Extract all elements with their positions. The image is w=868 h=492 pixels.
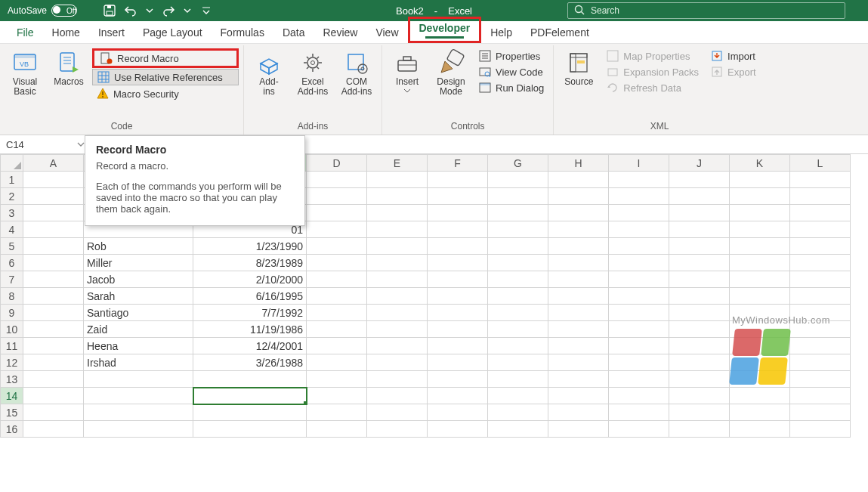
cell[interactable] — [367, 238, 428, 255]
undo-icon[interactable] — [125, 5, 137, 17]
cell[interactable] — [730, 288, 790, 305]
cell[interactable] — [193, 404, 307, 421]
cell[interactable] — [790, 271, 851, 288]
tab-home[interactable]: Home — [43, 23, 89, 43]
cell[interactable] — [23, 271, 84, 288]
cell[interactable] — [307, 172, 367, 188]
column-header[interactable]: G — [488, 155, 548, 172]
cell[interactable] — [488, 188, 548, 205]
cell[interactable] — [367, 271, 428, 288]
qat-customize-icon[interactable] — [200, 5, 212, 17]
cell[interactable] — [23, 371, 84, 388]
cell[interactable] — [488, 255, 548, 271]
cell[interactable]: 11/19/1986 — [193, 321, 307, 338]
cell[interactable] — [669, 371, 730, 388]
cell[interactable] — [609, 421, 669, 438]
cell[interactable] — [23, 288, 84, 305]
cell[interactable] — [428, 188, 488, 205]
cell[interactable]: 7/7/1992 — [193, 305, 307, 321]
cell[interactable] — [428, 172, 488, 188]
chevron-down-icon[interactable] — [77, 139, 85, 150]
cell[interactable] — [23, 255, 84, 271]
properties-button[interactable]: Properties — [474, 48, 548, 63]
column-header[interactable]: A — [23, 155, 84, 172]
cell[interactable] — [488, 321, 548, 338]
com-addins-button[interactable]: COMAdd-ins — [336, 45, 377, 97]
cell[interactable] — [790, 255, 851, 271]
cell[interactable] — [548, 255, 609, 271]
column-header[interactable]: L — [790, 155, 851, 172]
cell[interactable] — [84, 388, 193, 404]
cell[interactable] — [669, 172, 730, 188]
row-header[interactable]: 5 — [1, 238, 23, 255]
cell[interactable] — [790, 404, 851, 421]
cell[interactable] — [548, 305, 609, 321]
run-dialog-button[interactable]: Run Dialog — [474, 80, 548, 95]
cell[interactable] — [367, 205, 428, 221]
cell[interactable] — [669, 255, 730, 271]
cell[interactable] — [548, 188, 609, 205]
row-header[interactable]: 3 — [1, 205, 23, 221]
cell[interactable] — [548, 404, 609, 421]
save-icon[interactable] — [103, 5, 116, 17]
row-header[interactable]: 13 — [1, 371, 23, 388]
cell[interactable] — [669, 338, 730, 354]
cell[interactable] — [488, 288, 548, 305]
cell[interactable] — [548, 321, 609, 338]
chevron-down-icon[interactable] — [184, 5, 191, 17]
cell[interactable] — [609, 221, 669, 238]
cell[interactable] — [23, 354, 84, 371]
cell[interactable] — [790, 238, 851, 255]
tab-developer[interactable]: Developer — [416, 19, 474, 39]
cell[interactable] — [548, 371, 609, 388]
cell[interactable] — [428, 288, 488, 305]
column-header[interactable]: K — [730, 155, 790, 172]
cell[interactable] — [669, 238, 730, 255]
addins-button[interactable]: Add-ins — [249, 45, 289, 97]
cell[interactable]: 6/16/1995 — [193, 288, 307, 305]
cell[interactable] — [669, 354, 730, 371]
cell[interactable] — [488, 238, 548, 255]
import-button[interactable]: Import — [706, 48, 761, 63]
cell[interactable] — [307, 421, 367, 438]
cell[interactable] — [609, 321, 669, 338]
cell[interactable] — [307, 221, 367, 238]
row-header[interactable]: 7 — [1, 271, 23, 288]
expansion-packs-button[interactable]: Expansion Packs — [602, 64, 703, 79]
tab-data[interactable]: Data — [273, 23, 314, 43]
row-header[interactable]: 4 — [1, 221, 23, 238]
cell[interactable] — [307, 255, 367, 271]
search-box[interactable]: Search — [567, 2, 845, 19]
cell[interactable] — [488, 421, 548, 438]
cell[interactable] — [548, 421, 609, 438]
cell[interactable] — [730, 404, 790, 421]
cell[interactable]: Sarah — [84, 288, 193, 305]
cell[interactable] — [730, 255, 790, 271]
macro-security-button[interactable]: Macro Security — [92, 86, 239, 101]
cell[interactable] — [548, 238, 609, 255]
cell[interactable] — [23, 172, 84, 188]
cell[interactable]: 3/26/1988 — [193, 354, 307, 371]
macros-button[interactable]: Macros — [48, 45, 89, 87]
cell[interactable] — [730, 271, 790, 288]
cell[interactable] — [609, 404, 669, 421]
cell[interactable] — [23, 205, 84, 221]
cell[interactable] — [548, 338, 609, 354]
cell[interactable] — [428, 255, 488, 271]
cell[interactable] — [428, 238, 488, 255]
cell[interactable] — [730, 238, 790, 255]
cell[interactable] — [428, 271, 488, 288]
cell[interactable]: 8/23/1989 — [193, 255, 307, 271]
cell[interactable] — [790, 388, 851, 404]
use-relative-references-button[interactable]: Use Relative References — [92, 69, 239, 85]
cell[interactable] — [193, 371, 307, 388]
cell[interactable] — [488, 354, 548, 371]
cell[interactable] — [23, 321, 84, 338]
cell[interactable] — [23, 238, 84, 255]
row-header[interactable]: 8 — [1, 288, 23, 305]
cell[interactable] — [548, 388, 609, 404]
row-header[interactable]: 2 — [1, 188, 23, 205]
cell[interactable]: Zaid — [84, 321, 193, 338]
row-header[interactable]: 9 — [1, 305, 23, 321]
cell[interactable] — [367, 172, 428, 188]
